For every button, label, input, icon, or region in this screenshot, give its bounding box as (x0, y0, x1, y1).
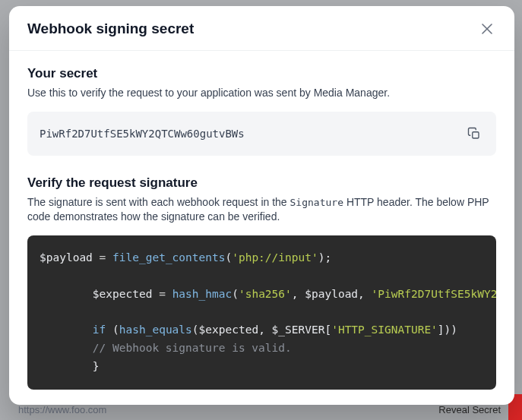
code-token (40, 342, 93, 354)
code-token: ( (225, 251, 232, 264)
code-token: ); (318, 251, 331, 264)
verify-heading: Verify the request signature (27, 175, 496, 191)
code-token: = (100, 251, 112, 264)
copy-secret-button[interactable] (464, 124, 484, 144)
secret-value: PiwRf2D7UtfSE5kWY2QTCWw60gutvBWs (40, 128, 245, 140)
code-token: = (159, 288, 172, 300)
code-token: $expected (93, 288, 159, 300)
code-token: } (93, 360, 100, 372)
code-token: // Webhook signature is valid. (93, 342, 292, 354)
reveal-secret-button[interactable]: Reveal Secret (438, 404, 501, 415)
modal-title: Webhook signing secret (27, 21, 194, 37)
code-token: $_SERVER[ (272, 324, 332, 336)
code-token: 'sha256' (239, 288, 292, 300)
code-token: , (358, 288, 371, 300)
signature-header-name: Signature (290, 197, 343, 208)
code-token: $payload (305, 288, 358, 300)
svg-rect-2 (473, 131, 479, 137)
code-token: ])) (438, 324, 457, 336)
code-token (40, 324, 93, 336)
code-token: ( (232, 288, 239, 300)
modal-body: Your secret Use this to verify the reque… (9, 51, 514, 405)
code-token (40, 360, 93, 372)
code-token: ( (192, 324, 199, 336)
code-token: if (93, 324, 112, 336)
modal-header: Webhook signing secret (9, 6, 514, 51)
code-token: , (258, 324, 271, 336)
code-token: $payload (40, 251, 100, 264)
code-token: file_get_contents (112, 251, 225, 264)
code-token: $expected (199, 324, 259, 336)
php-code-example: $payload = file_get_contents('php://inpu… (27, 235, 496, 390)
verify-desc-part1: The signature is sent with each webhook … (27, 196, 290, 208)
close-icon (482, 24, 492, 34)
code-token: 'HTTP_SIGNATURE' (331, 324, 438, 336)
verify-description: The signature is sent with each webhook … (27, 195, 496, 225)
code-token: ( (112, 324, 119, 336)
code-token: hash_hmac (172, 288, 233, 300)
close-button[interactable] (478, 20, 496, 38)
code-token: 'php://input' (232, 251, 318, 264)
code-token: , (292, 288, 305, 300)
webhook-secret-modal: Webhook signing secret Your secret Use t… (9, 6, 514, 405)
code-token: hash_equals (119, 324, 192, 336)
secret-display-box: PiwRf2D7UtfSE5kWY2QTCWw60gutvBWs (27, 112, 496, 156)
code-token: 'PiwRf2D7UtfSE5kWY2QTCWw60gutvBWs' (372, 288, 496, 300)
your-secret-description: Use this to verify the request to your a… (27, 86, 496, 101)
background-url-text: https://www.foo.com (18, 404, 106, 415)
code-token (40, 288, 93, 300)
copy-icon (467, 127, 481, 141)
your-secret-heading: Your secret (27, 66, 496, 81)
